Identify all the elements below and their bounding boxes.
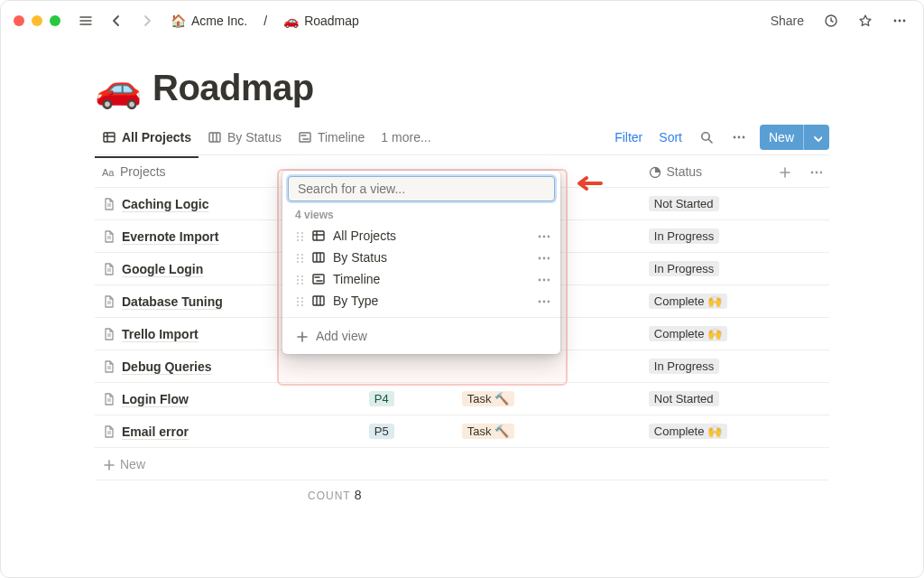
timeline-icon	[311, 272, 326, 286]
view-item-more-icon[interactable]	[537, 294, 550, 307]
row-title[interactable]: Email error	[122, 424, 189, 439]
status-badge: Complete 🙌	[649, 424, 727, 439]
page-icon	[102, 229, 116, 244]
page-title-icon[interactable]: 🚗	[95, 70, 142, 107]
tab-all-projects[interactable]: All Projects	[95, 125, 199, 150]
workspace-name: Acme Inc.	[191, 14, 247, 28]
add-view-label: Add view	[316, 329, 367, 343]
add-column-button[interactable]	[767, 160, 802, 183]
page-icon	[102, 359, 116, 374]
view-options-icon[interactable]	[727, 126, 751, 149]
favorite-icon[interactable]	[855, 10, 876, 32]
page-icon	[102, 424, 116, 439]
tab-label: All Projects	[122, 130, 191, 144]
view-item-label: By Status	[333, 250, 530, 265]
view-item-label: Timeline	[333, 272, 530, 286]
column-options-button[interactable]	[802, 160, 829, 183]
tab-label: Timeline	[318, 130, 365, 144]
count-aggregate[interactable]: COUNT8	[308, 488, 361, 502]
row-title[interactable]: Caching Logic	[122, 197, 208, 211]
view-item-more-icon[interactable]	[537, 229, 550, 242]
tabs-more[interactable]: 1 more...	[374, 125, 438, 150]
workspace-icon: 🏠	[171, 14, 186, 28]
page-title: 🚗 Roadmap	[95, 68, 829, 108]
view-item-timeline[interactable]: Timeline	[288, 268, 555, 290]
priority-badge: P5	[369, 424, 394, 439]
close-window-dot[interactable]	[14, 15, 24, 26]
window-topbar: 🏠 Acme Inc. / 🚗 Roadmap Share	[1, 1, 923, 41]
table-row[interactable]: Email error P5 Task 🔨 Complete 🙌	[95, 415, 829, 448]
drag-handle-icon[interactable]	[293, 229, 304, 242]
page-name: Roadmap	[304, 14, 359, 28]
sort-button[interactable]: Sort	[655, 126, 686, 148]
breadcrumb-page[interactable]: 🚗 Roadmap	[280, 12, 363, 30]
board-icon	[311, 294, 326, 308]
board-icon	[208, 130, 222, 144]
view-item-label: By Type	[333, 294, 530, 308]
new-button-caret-icon[interactable]	[803, 125, 829, 150]
page-title-text[interactable]: Roadmap	[152, 68, 314, 108]
drag-handle-icon[interactable]	[293, 251, 304, 264]
status-badge: In Progress	[649, 359, 719, 374]
more-icon[interactable]	[889, 10, 910, 32]
row-title[interactable]: Evernote Import	[122, 229, 218, 244]
row-title[interactable]: Database Tuning	[122, 294, 223, 309]
row-title[interactable]: Debug Queries	[122, 359, 212, 374]
view-tabs: All ProjectsBy StatusTimeline 1 more... …	[95, 119, 829, 155]
new-button-label: New	[760, 130, 803, 144]
status-badge: In Progress	[649, 261, 719, 276]
window-traffic-lights	[14, 15, 60, 26]
filter-button[interactable]: Filter	[611, 126, 646, 148]
type-badge: Task 🔨	[462, 424, 514, 439]
table-footer: COUNT8	[95, 480, 829, 502]
back-button[interactable]	[106, 10, 127, 32]
board-icon	[311, 250, 326, 265]
table-icon	[102, 130, 116, 144]
page-icon	[102, 262, 116, 276]
status-badge: In Progress	[649, 228, 719, 244]
column-projects-label: Projects	[120, 164, 166, 179]
new-row-button[interactable]: New	[95, 448, 829, 480]
page-icon: 🚗	[283, 14, 299, 28]
new-button[interactable]: New	[760, 125, 829, 150]
status-badge: Not Started	[649, 196, 719, 211]
annotation-arrow-icon	[575, 174, 605, 192]
forward-button	[136, 10, 158, 32]
row-title[interactable]: Google Login	[122, 262, 203, 276]
view-item-all-projects[interactable]: All Projects	[288, 225, 555, 247]
updates-icon[interactable]	[820, 10, 842, 32]
share-button[interactable]: Share	[767, 10, 808, 32]
table-row[interactable]: Login Flow P4 Task 🔨 Not Started	[95, 383, 829, 415]
view-item-label: All Projects	[333, 228, 530, 243]
breadcrumb-workspace[interactable]: 🏠 Acme Inc.	[167, 12, 251, 30]
page-icon	[102, 392, 116, 406]
timeline-icon	[298, 130, 312, 144]
status-badge: Not Started	[649, 391, 719, 406]
view-item-by-status[interactable]: By Status	[288, 247, 555, 268]
status-prop-icon	[648, 165, 661, 178]
row-title[interactable]: Trello Import	[122, 327, 199, 341]
tab-by-status[interactable]: By Status	[200, 125, 289, 150]
tab-timeline[interactable]: Timeline	[291, 125, 372, 150]
zoom-window-dot[interactable]	[50, 15, 60, 26]
hamburger-icon[interactable]	[75, 10, 97, 32]
drag-handle-icon[interactable]	[293, 273, 304, 285]
view-item-by-type[interactable]: By Type	[288, 290, 555, 312]
page-icon	[102, 197, 116, 211]
priority-badge: P4	[369, 391, 394, 406]
view-search-input[interactable]	[288, 176, 555, 201]
view-item-more-icon[interactable]	[537, 273, 550, 285]
search-icon[interactable]	[695, 126, 718, 149]
drag-handle-icon[interactable]	[293, 294, 304, 307]
row-title[interactable]: Login Flow	[122, 392, 189, 406]
table-row[interactable]: Debug Queries In Progress	[95, 350, 829, 383]
title-prop-icon	[102, 165, 115, 178]
new-row-label: New	[120, 457, 145, 471]
status-badge: Complete 🙌	[649, 326, 727, 341]
view-item-more-icon[interactable]	[537, 251, 550, 264]
column-status[interactable]: Status	[641, 159, 766, 184]
add-view-button[interactable]: Add view	[288, 323, 555, 349]
popup-divider	[282, 317, 560, 318]
tab-label: By Status	[227, 130, 282, 144]
minimize-window-dot[interactable]	[32, 15, 42, 26]
